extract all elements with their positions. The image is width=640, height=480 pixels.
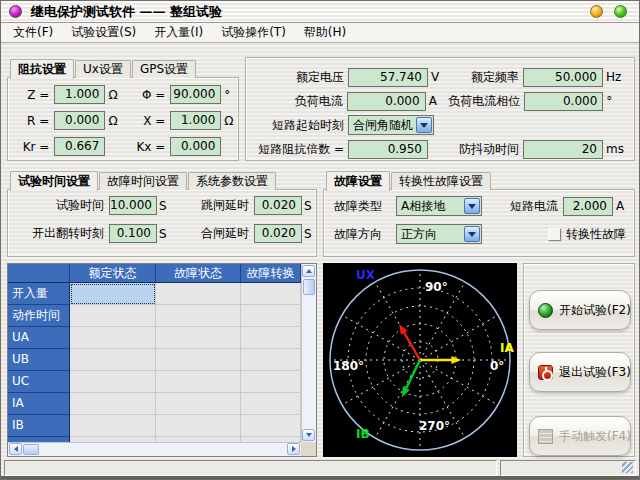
short-circuit-start-select[interactable]: 合闸角随机 (348, 115, 434, 135)
menu-file[interactable]: 文件(F) (4, 22, 62, 43)
table-cell[interactable] (70, 349, 156, 371)
minimize-button[interactable] (590, 5, 603, 18)
test-time-input[interactable]: 10.000 (109, 196, 157, 215)
kx-input[interactable]: 0.000 (170, 137, 221, 156)
tab-fault-settings[interactable]: 故障设置 (326, 171, 390, 191)
z-unit: Ω (108, 88, 122, 102)
phasor-angle-270: 270° (419, 419, 450, 433)
table-cell[interactable] (156, 415, 241, 437)
table-cell[interactable] (156, 327, 241, 349)
dropdown-button[interactable] (464, 226, 480, 242)
manual-trigger-icon (538, 429, 553, 444)
fault-type-select[interactable]: A相接地 (396, 196, 482, 216)
row-header: UA (8, 327, 70, 349)
results-table-rows: 额定状态故障状态故障转换开入量动作时间UAUBUCIAIBIC (8, 264, 301, 442)
horizontal-scrollbar-thumb[interactable] (23, 444, 39, 455)
trip-delay-label: 跳闸延时 (171, 197, 249, 214)
phi-input[interactable]: 90.000 (170, 85, 221, 104)
rated-voltage-label: 额定电压 (252, 69, 344, 86)
row-header: 开入量 (8, 283, 70, 305)
start-orb-icon (538, 303, 553, 318)
results-table: 额定状态故障状态故障转换开入量动作时间UAUBUCIAIBIC (7, 263, 317, 457)
menu-test-operation[interactable]: 试验操作(T) (212, 22, 295, 43)
debounce-time-input[interactable]: 20 (523, 140, 603, 159)
scroll-down-icon (306, 433, 312, 437)
menu-test-settings[interactable]: 试验设置(S) (62, 22, 145, 43)
column-header: 故障状态 (156, 264, 241, 283)
impedance-multiplier-input[interactable]: 0.950 (348, 140, 428, 159)
rated-voltage-input[interactable]: 57.740 (348, 68, 428, 87)
output-flip-time-input[interactable]: 0.100 (109, 224, 157, 243)
z-input[interactable]: 1.000 (54, 85, 105, 104)
table-cell[interactable] (241, 283, 301, 305)
close-button[interactable] (614, 5, 627, 18)
menu-binary-input[interactable]: 开入量(I) (145, 22, 212, 43)
table-cell[interactable] (156, 393, 241, 415)
fault-direction-select[interactable]: 正方向 (396, 224, 482, 244)
tab-impedance-settings[interactable]: 阻抗设置 (10, 59, 74, 79)
chevron-down-icon (420, 123, 428, 128)
table-vertical-scrollbar[interactable] (301, 264, 316, 442)
table-cell[interactable] (156, 349, 241, 371)
table-cell[interactable] (70, 305, 156, 327)
tab-system-params[interactable]: 系统参数设置 (188, 172, 276, 190)
table-cell[interactable] (70, 327, 156, 349)
table-cell[interactable] (70, 415, 156, 437)
debounce-time-unit: ms (606, 142, 628, 156)
tab-gps-settings[interactable]: GPS设置 (132, 60, 196, 78)
vertical-scrollbar-thumb[interactable] (303, 279, 315, 295)
kr-input[interactable]: 0.667 (54, 137, 105, 156)
start-test-button[interactable]: 开始试验(F2) (529, 290, 631, 330)
table-cell[interactable] (241, 327, 301, 349)
power-icon (538, 365, 553, 380)
fault-direction-label: 故障方向 (334, 226, 388, 243)
table-cell[interactable] (70, 393, 156, 415)
table-cell[interactable] (70, 283, 156, 305)
load-current-phase-input[interactable]: 0.000 (524, 92, 603, 111)
close-delay-input[interactable]: 0.020 (254, 224, 302, 243)
menu-help[interactable]: 帮助(H) (295, 22, 355, 43)
tab-evolving-fault-settings[interactable]: 转换性故障设置 (391, 172, 491, 190)
dropdown-button[interactable] (416, 117, 432, 133)
close-delay-label: 合闸延时 (171, 225, 249, 242)
phasor-angle-0: 0° (490, 359, 504, 373)
resize-grip[interactable] (622, 462, 633, 473)
impedance-multiplier-label: 短路阻抗倍数 = (252, 141, 344, 158)
rated-frequency-input[interactable]: 50.000 (523, 68, 603, 87)
window-frame-bottom (1, 476, 639, 479)
table-cell[interactable] (70, 371, 156, 393)
table-cell[interactable] (241, 393, 301, 415)
table-cell[interactable] (156, 305, 241, 327)
table-cell[interactable] (241, 305, 301, 327)
r-unit: Ω (108, 114, 122, 128)
phasor-angle-90: 90° (425, 280, 448, 294)
window-title: 继电保护测试软件 —— 整组试验 (31, 3, 222, 21)
table-cell[interactable] (241, 415, 301, 437)
time-panel: 试验时间设置 故障时间设置 系统参数设置 试验时间 10.000 S 跳闸延时 … (7, 189, 317, 257)
action-button-panel: 开始试验(F2) 退出试验(F3) 手动触发(F4) (523, 263, 635, 457)
table-cell[interactable] (241, 349, 301, 371)
tab-fault-time[interactable]: 故障时间设置 (99, 172, 187, 190)
phi-label: Φ = (122, 88, 165, 102)
r-input[interactable]: 0.000 (54, 111, 105, 130)
dropdown-button[interactable] (464, 198, 480, 214)
table-horizontal-scrollbar[interactable] (8, 442, 301, 456)
column-header: 额定状态 (70, 264, 156, 283)
x-input[interactable]: 1.000 (170, 111, 221, 130)
test-time-label: 试验时间 (12, 197, 104, 214)
trip-delay-input[interactable]: 0.020 (254, 196, 302, 215)
manual-trigger-button[interactable]: 手动触发(F4) (529, 416, 631, 456)
load-current-input[interactable]: 0.000 (347, 92, 426, 111)
table-cell[interactable] (241, 371, 301, 393)
short-current-input[interactable]: 2.000 (563, 197, 613, 216)
fault-type-label: 故障类型 (334, 198, 388, 215)
tab-test-time[interactable]: 试验时间设置 (10, 171, 98, 191)
column-header: 故障转换 (241, 264, 301, 283)
exit-test-button[interactable]: 退出试验(F3) (529, 352, 631, 392)
table-cell[interactable] (156, 283, 241, 305)
table-cell[interactable] (156, 371, 241, 393)
status-bar-left (4, 460, 497, 476)
tab-ux-settings[interactable]: Ux设置 (75, 60, 131, 78)
scroll-right-icon (292, 446, 296, 452)
evolving-fault-checkbox[interactable] (548, 228, 561, 241)
